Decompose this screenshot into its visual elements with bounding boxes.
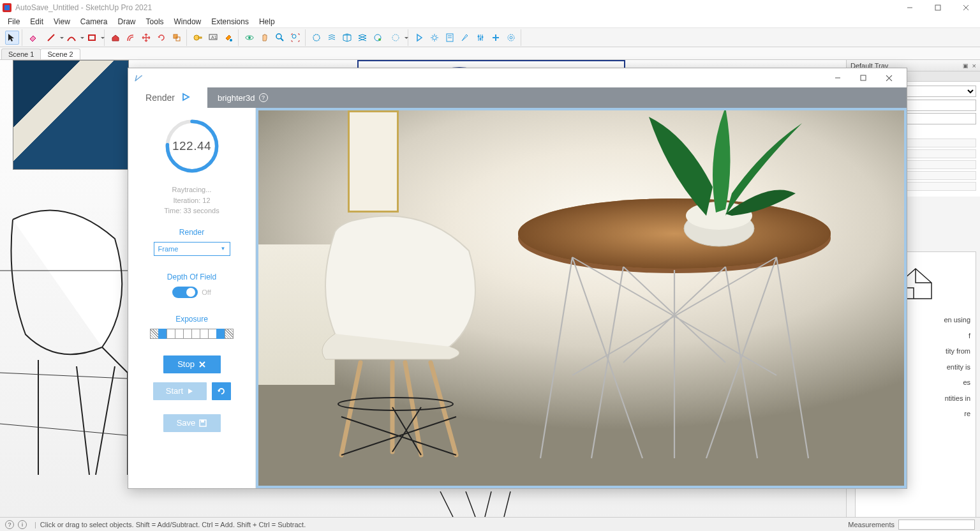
exposure-slider[interactable]: [151, 329, 234, 339]
render-window-titlebar[interactable]: ⩗: [128, 68, 907, 87]
render-tab[interactable]: Render: [128, 87, 207, 108]
status-bar: ? i | Click or drag to select objects. S…: [0, 517, 980, 531]
offset-tool-icon[interactable]: [124, 31, 138, 45]
zoom-tool-icon[interactable]: [273, 31, 287, 45]
chair-wireframe: [0, 156, 140, 475]
arc-tool-icon[interactable]: [62, 31, 81, 45]
move-tool-icon[interactable]: [139, 31, 153, 45]
render-mode-select[interactable]: Frame ▼: [154, 242, 230, 256]
window-title: AutoSave_Untitled - SketchUp Pro 2021: [15, 3, 152, 12]
window-minimize-button[interactable]: [896, 0, 924, 15]
solid-split-icon[interactable]: [386, 31, 405, 45]
menu-file[interactable]: File: [3, 16, 25, 27]
measurements-input[interactable]: [898, 520, 975, 530]
svg-text:A1: A1: [211, 35, 217, 40]
orbit-tool-icon[interactable]: [242, 31, 256, 45]
svg-point-22: [433, 36, 436, 40]
render-tabbar: Render brighter3d ?: [128, 87, 907, 108]
svg-rect-5: [89, 35, 95, 40]
dof-state: Off: [202, 288, 211, 296]
rotate-tool-icon[interactable]: [154, 31, 168, 45]
svg-point-49: [338, 398, 453, 410]
tray-pin-icon[interactable]: ▣: [963, 63, 969, 69]
menu-window[interactable]: Window: [169, 16, 207, 27]
vray-frame-icon[interactable]: [473, 31, 487, 45]
window-close-button[interactable]: [952, 0, 980, 15]
vray-cloud-icon[interactable]: [504, 31, 518, 45]
svg-point-13: [248, 36, 251, 39]
chair-render: [297, 200, 514, 468]
select-tool-icon[interactable]: [5, 31, 19, 45]
dof-label: Depth Of Field: [167, 273, 216, 281]
svg-rect-40: [861, 75, 866, 80]
menu-camera[interactable]: Camera: [75, 16, 113, 27]
line-tool-icon[interactable]: [41, 31, 61, 45]
scene-tab-1[interactable]: Scene 1: [1, 49, 41, 59]
vray-play-icon[interactable]: [412, 31, 426, 45]
progress-gauge: 122.44: [163, 117, 221, 176]
svg-line-16: [281, 38, 283, 41]
pan-tool-icon[interactable]: [258, 31, 272, 45]
pushpull-tool-icon[interactable]: [108, 31, 122, 45]
solid-union-icon[interactable]: [340, 31, 354, 45]
dof-toggle[interactable]: [172, 287, 198, 298]
svg-rect-6: [174, 34, 177, 38]
render-time-line: Time: 33 seconds: [164, 206, 219, 216]
status-hint: Click or drag to select objects. Shift =…: [40, 521, 306, 528]
menu-extensions[interactable]: Extensions: [206, 16, 254, 27]
help-hint-icon[interactable]: ?: [5, 520, 14, 529]
solid-trim-icon[interactable]: [371, 31, 385, 45]
table-wireframe: [427, 491, 523, 517]
chevron-down-icon: ▼: [221, 246, 226, 251]
menu-help[interactable]: Help: [254, 16, 280, 27]
render-status-line: Raytracing...: [164, 184, 219, 195]
vray-add-icon[interactable]: [489, 31, 503, 45]
save-button[interactable]: Save: [163, 414, 221, 432]
svg-point-35: [510, 36, 512, 39]
brighter3d-tab[interactable]: brighter3d ?: [207, 87, 278, 108]
paint-tool-icon[interactable]: [221, 31, 235, 45]
menu-view[interactable]: View: [48, 16, 75, 27]
scene-tabs: Scene 1 Scene 2: [0, 47, 980, 60]
render-iteration-line: Iteration: 12: [164, 195, 219, 206]
render-minimize-button[interactable]: [825, 69, 850, 87]
scale-tool-icon[interactable]: [170, 31, 184, 45]
svg-point-15: [276, 34, 281, 39]
svg-line-4: [48, 34, 54, 41]
vray-asset-icon[interactable]: [443, 31, 457, 45]
render-output-image: [258, 110, 904, 486]
svg-point-12: [230, 39, 232, 41]
refresh-button[interactable]: [212, 382, 231, 400]
window-title-bar: AutoSave_Untitled - SketchUp Pro 2021: [0, 0, 980, 15]
vray-light-icon[interactable]: [458, 31, 472, 45]
exposure-label: Exposure: [175, 315, 208, 324]
tape-tool-icon[interactable]: [191, 31, 205, 45]
brighter3d-logo-icon: ⩗: [133, 73, 144, 83]
render-tab-label: Render: [145, 93, 175, 103]
solid-intersect-icon[interactable]: [325, 31, 339, 45]
render-close-button[interactable]: [876, 69, 902, 87]
start-button[interactable]: Start: [153, 382, 207, 400]
stop-button[interactable]: Stop: [163, 355, 221, 373]
help-icon[interactable]: ?: [259, 93, 268, 102]
render-maximize-button[interactable]: [850, 69, 876, 87]
svg-rect-48: [201, 420, 204, 423]
info-hint-icon[interactable]: i: [18, 520, 27, 529]
menu-tools[interactable]: Tools: [141, 16, 169, 27]
picture-frame-render: [348, 110, 399, 213]
solid-subtract-icon[interactable]: [355, 31, 369, 45]
zoom-extents-icon[interactable]: [288, 31, 302, 45]
solid-outer-icon[interactable]: [309, 31, 323, 45]
svg-rect-9: [198, 37, 202, 38]
eraser-tool-icon[interactable]: [26, 31, 40, 45]
menu-edit[interactable]: Edit: [25, 16, 48, 27]
svg-point-30: [480, 38, 482, 40]
vray-settings-icon[interactable]: [427, 31, 442, 45]
shape-tool-icon[interactable]: [82, 31, 101, 45]
main-toolbar: A1: [0, 28, 980, 47]
menu-draw[interactable]: Draw: [113, 16, 141, 27]
tray-close-icon[interactable]: ×: [972, 62, 976, 70]
scene-tab-2[interactable]: Scene 2: [40, 49, 80, 59]
text-tool-icon[interactable]: A1: [206, 31, 220, 45]
window-maximize-button[interactable]: [924, 0, 952, 15]
